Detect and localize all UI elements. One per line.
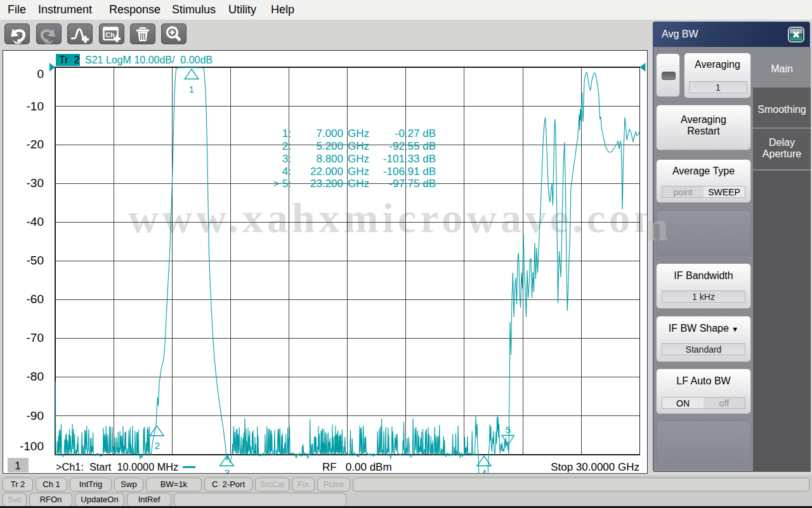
- svg-text:-92.55 dB: -92.55 dB: [389, 140, 436, 152]
- svg-text:22.000: 22.000: [310, 166, 343, 178]
- svg-text:-30: -30: [27, 176, 44, 190]
- svg-text:-0.27 dB: -0.27 dB: [395, 127, 436, 140]
- svg-text:-10: -10: [27, 100, 44, 113]
- svg-text:Stop 30.0000 GHz: Stop 30.0000 GHz: [551, 461, 639, 473]
- svg-text:8.800: 8.800: [316, 153, 343, 165]
- svg-text:GHz: GHz: [348, 153, 369, 165]
- svg-text:4: 4: [481, 467, 487, 474]
- svg-text:1:: 1:: [282, 127, 291, 140]
- svg-text:23.200: 23.200: [310, 178, 343, 190]
- svg-text:3:: 3:: [282, 153, 291, 165]
- svg-text:Ch: Ch: [105, 31, 115, 39]
- svg-text:1: 1: [15, 460, 20, 472]
- svg-text:7.000: 7.000: [316, 127, 343, 140]
- svg-text:5: 5: [506, 424, 511, 435]
- svg-text:2:: 2:: [282, 140, 291, 152]
- svg-text:-106.91 dB: -106.91 dB: [383, 166, 436, 178]
- svg-text:> 5:: > 5:: [273, 178, 291, 190]
- svg-text:GHz: GHz: [348, 166, 369, 178]
- svg-text:3: 3: [225, 467, 230, 474]
- svg-text:Tr 2: Tr 2: [59, 55, 79, 65]
- svg-text:RF 0.00 dBm: RF 0.00 dBm: [322, 461, 392, 473]
- svg-text:-101.33 dB: -101.33 dB: [383, 153, 436, 165]
- svg-text:-70: -70: [27, 331, 44, 344]
- svg-text:GHz: GHz: [348, 178, 369, 190]
- svg-text:-50: -50: [27, 254, 44, 267]
- svg-text:4:: 4:: [282, 166, 291, 178]
- svg-text:>Ch1: Start 10.0000 MHz: >Ch1: Start 10.0000 MHz: [56, 461, 178, 472]
- svg-text:2: 2: [155, 440, 160, 451]
- svg-text:S21 LogM 10.00dB/ 0.00dB: S21 LogM 10.00dB/ 0.00dB: [85, 55, 213, 65]
- svg-text:-40: -40: [27, 215, 44, 228]
- svg-text:GHz: GHz: [348, 140, 369, 152]
- svg-text:5.200: 5.200: [316, 140, 343, 152]
- svg-text:-100: -100: [20, 440, 44, 453]
- svg-text:-90: -90: [27, 409, 44, 422]
- svg-text:1: 1: [189, 84, 194, 94]
- svg-text:0: 0: [37, 67, 44, 81]
- svg-text:-20: -20: [27, 138, 44, 151]
- svg-text:GHz: GHz: [348, 127, 369, 140]
- svg-text:-60: -60: [27, 292, 44, 306]
- svg-text:-97.75 dB: -97.75 dB: [389, 178, 436, 190]
- svg-text:-80: -80: [27, 370, 44, 383]
